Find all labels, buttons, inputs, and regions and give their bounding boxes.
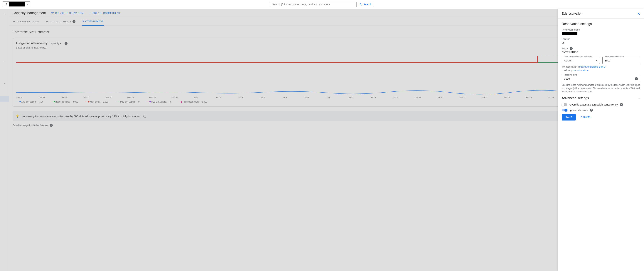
help-icon[interactable]: ? [620, 103, 623, 106]
reservation-name-redacted [562, 32, 578, 35]
edit-reservation-panel: Edit reservation ✕ Reservation settings … [558, 9, 644, 271]
project-icon [4, 3, 8, 6]
external-link-icon: ⬈ [604, 66, 606, 68]
max-available-slots-link[interactable]: maximum available slots ⬈ [579, 66, 606, 68]
cancel-button[interactable]: CANCEL [578, 114, 594, 121]
chevron-down-icon: ▼ [27, 3, 29, 5]
svg-point-3 [6, 5, 7, 5]
baseline-helper: Baseline is the minimum number of slots … [562, 83, 640, 93]
max-size-helper: The reservation's maximum available slot… [562, 65, 640, 72]
project-name-redacted [9, 3, 25, 7]
search-button-label: Search [363, 3, 372, 6]
reservation-name-label: Reservation name [562, 29, 640, 31]
edition-value: ENTERPRISE [562, 51, 640, 54]
top-bar: ▼ Search [0, 0, 644, 9]
location-value: us [562, 41, 640, 44]
advanced-settings-toggle[interactable]: Advanced settings [562, 96, 640, 100]
max-reservation-size-input[interactable] [605, 59, 638, 62]
svg-point-1 [6, 3, 7, 4]
ignore-idle-slots-toggle[interactable] [562, 109, 567, 111]
chevron-up-icon [637, 97, 640, 100]
help-icon[interactable]: ? [590, 109, 593, 112]
baseline-slots-input[interactable] [564, 77, 638, 80]
search-icon [359, 3, 362, 6]
max-size-selector[interactable]: Max reservation size selector * Custom ▼ [562, 57, 600, 64]
svg-point-0 [4, 3, 5, 4]
help-icon[interactable]: ? [635, 77, 638, 80]
save-button[interactable]: SAVE [562, 114, 576, 121]
search-button[interactable]: Search [356, 2, 374, 7]
location-label: Location [562, 38, 640, 40]
ignore-idle-slots-label: Ignore idle slots [570, 109, 588, 112]
search-bar: Search [270, 2, 374, 7]
baseline-slots-field[interactable]: Baseline slots ? [562, 75, 640, 82]
override-concurrency-label: Override automatic target job concurrenc… [570, 103, 618, 106]
help-icon[interactable]: ? [570, 47, 572, 50]
search-input[interactable] [270, 2, 356, 7]
close-button[interactable]: ✕ [637, 12, 640, 16]
commitments-link[interactable]: commitments ⬈ [573, 69, 588, 72]
max-reservation-size-field[interactable]: Max reservation size [602, 57, 640, 64]
modal-overlay[interactable] [0, 9, 644, 271]
chevron-down-icon: ▼ [596, 59, 598, 62]
reservation-settings-title: Reservation settings [562, 22, 640, 26]
project-selector[interactable]: ▼ [2, 2, 30, 8]
svg-point-2 [4, 5, 5, 5]
override-concurrency-toggle[interactable] [562, 103, 567, 106]
edition-label: Edition [562, 47, 568, 50]
panel-title: Edit reservation [562, 12, 582, 15]
